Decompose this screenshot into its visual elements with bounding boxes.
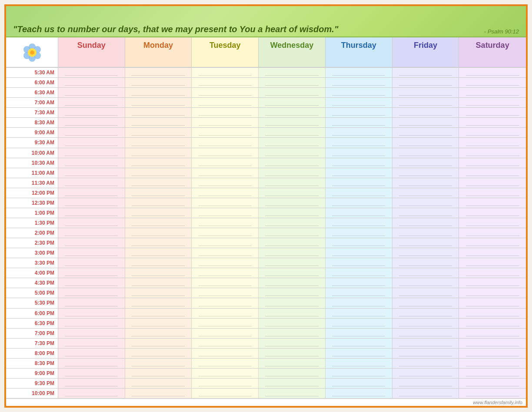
time-cell-monday[interactable] (125, 108, 192, 117)
time-cell-sunday[interactable] (58, 369, 125, 378)
time-row[interactable]: 6:30 PM (6, 319, 526, 329)
time-cell-monday[interactable] (125, 329, 192, 338)
time-cell-monday[interactable] (125, 168, 192, 178)
time-cell-friday[interactable] (392, 298, 459, 308)
time-cell-friday[interactable] (392, 108, 459, 117)
time-cell-sunday[interactable] (58, 238, 125, 248)
time-row[interactable]: 11:30 AM (6, 178, 526, 188)
time-cell-friday[interactable] (392, 138, 459, 147)
time-cell-sunday[interactable] (58, 218, 125, 228)
time-cell-saturday[interactable] (459, 218, 526, 228)
time-row[interactable]: 10:00 PM (6, 389, 526, 399)
time-cell-tuesday[interactable] (192, 278, 259, 288)
time-row[interactable]: 7:30 AM (6, 108, 526, 118)
time-cell-friday[interactable] (392, 278, 459, 288)
time-cell-monday[interactable] (125, 268, 192, 278)
time-cell-monday[interactable] (125, 78, 192, 87)
time-cell-thursday[interactable] (326, 359, 392, 368)
time-cell-friday[interactable] (392, 188, 459, 198)
time-cell-tuesday[interactable] (192, 258, 259, 268)
time-cell-tuesday[interactable] (192, 309, 259, 318)
time-cell-friday[interactable] (392, 88, 459, 97)
time-cell-sunday[interactable] (58, 108, 125, 117)
time-cell-monday[interactable] (125, 98, 192, 107)
time-cell-thursday[interactable] (326, 288, 392, 298)
time-cell-sunday[interactable] (58, 319, 125, 328)
time-cell-tuesday[interactable] (192, 228, 259, 238)
time-cell-thursday[interactable] (326, 128, 392, 137)
time-cell-tuesday[interactable] (192, 108, 259, 117)
time-cell-wednesday[interactable] (259, 138, 326, 147)
time-cell-thursday[interactable] (326, 208, 392, 218)
time-cell-tuesday[interactable] (192, 218, 259, 228)
time-cell-sunday[interactable] (58, 379, 125, 388)
time-cell-saturday[interactable] (459, 319, 526, 328)
time-cell-friday[interactable] (392, 369, 459, 378)
time-cell-monday[interactable] (125, 68, 192, 77)
time-cell-monday[interactable] (125, 319, 192, 328)
time-cell-wednesday[interactable] (259, 68, 326, 77)
time-cell-tuesday[interactable] (192, 198, 259, 208)
time-cell-monday[interactable] (125, 198, 192, 208)
time-row[interactable]: 3:00 PM (6, 248, 526, 258)
time-cell-saturday[interactable] (459, 148, 526, 158)
time-cell-saturday[interactable] (459, 188, 526, 198)
time-cell-tuesday[interactable] (192, 68, 259, 77)
time-cell-tuesday[interactable] (192, 238, 259, 248)
time-cell-thursday[interactable] (326, 138, 392, 147)
time-cell-tuesday[interactable] (192, 88, 259, 97)
time-cell-sunday[interactable] (58, 158, 125, 168)
time-cell-wednesday[interactable] (259, 188, 326, 198)
time-cell-friday[interactable] (392, 68, 459, 77)
time-cell-wednesday[interactable] (259, 379, 326, 388)
time-cell-tuesday[interactable] (192, 138, 259, 147)
time-cell-monday[interactable] (125, 369, 192, 378)
time-cell-friday[interactable] (392, 128, 459, 137)
time-cell-saturday[interactable] (459, 278, 526, 288)
time-cell-saturday[interactable] (459, 258, 526, 268)
time-cell-friday[interactable] (392, 379, 459, 388)
time-cell-tuesday[interactable] (192, 78, 259, 87)
time-cell-wednesday[interactable] (259, 329, 326, 338)
time-cell-tuesday[interactable] (192, 359, 259, 368)
time-cell-sunday[interactable] (58, 278, 125, 288)
time-cell-sunday[interactable] (58, 389, 125, 398)
time-cell-friday[interactable] (392, 178, 459, 188)
time-cell-thursday[interactable] (326, 178, 392, 188)
time-cell-wednesday[interactable] (259, 359, 326, 368)
time-cell-sunday[interactable] (58, 178, 125, 188)
time-cell-tuesday[interactable] (192, 118, 259, 127)
time-cell-thursday[interactable] (326, 88, 392, 97)
time-row[interactable]: 7:00 PM (6, 329, 526, 339)
time-cell-monday[interactable] (125, 148, 192, 158)
time-cell-friday[interactable] (392, 78, 459, 87)
time-cell-thursday[interactable] (326, 238, 392, 248)
time-cell-tuesday[interactable] (192, 389, 259, 398)
time-cell-thursday[interactable] (326, 268, 392, 278)
time-row[interactable]: 7:00 AM (6, 98, 526, 108)
time-row[interactable]: 9:00 AM (6, 128, 526, 138)
time-cell-saturday[interactable] (459, 329, 526, 338)
time-cell-monday[interactable] (125, 88, 192, 97)
time-cell-wednesday[interactable] (259, 178, 326, 188)
time-row[interactable]: 10:00 AM (6, 148, 526, 158)
time-cell-thursday[interactable] (326, 329, 392, 338)
time-cell-saturday[interactable] (459, 349, 526, 358)
time-cell-saturday[interactable] (459, 158, 526, 168)
time-cell-sunday[interactable] (58, 339, 125, 348)
time-cell-thursday[interactable] (326, 349, 392, 358)
time-cell-saturday[interactable] (459, 68, 526, 77)
time-cell-wednesday[interactable] (259, 278, 326, 288)
time-cell-saturday[interactable] (459, 288, 526, 298)
time-cell-tuesday[interactable] (192, 208, 259, 218)
time-cell-sunday[interactable] (58, 309, 125, 318)
time-cell-monday[interactable] (125, 288, 192, 298)
time-cell-wednesday[interactable] (259, 208, 326, 218)
time-cell-friday[interactable] (392, 158, 459, 168)
time-row[interactable]: 9:30 PM (6, 379, 526, 389)
time-cell-sunday[interactable] (58, 148, 125, 158)
time-cell-thursday[interactable] (326, 98, 392, 107)
time-cell-saturday[interactable] (459, 98, 526, 107)
time-cell-friday[interactable] (392, 359, 459, 368)
time-row[interactable]: 1:30 PM (6, 218, 526, 228)
